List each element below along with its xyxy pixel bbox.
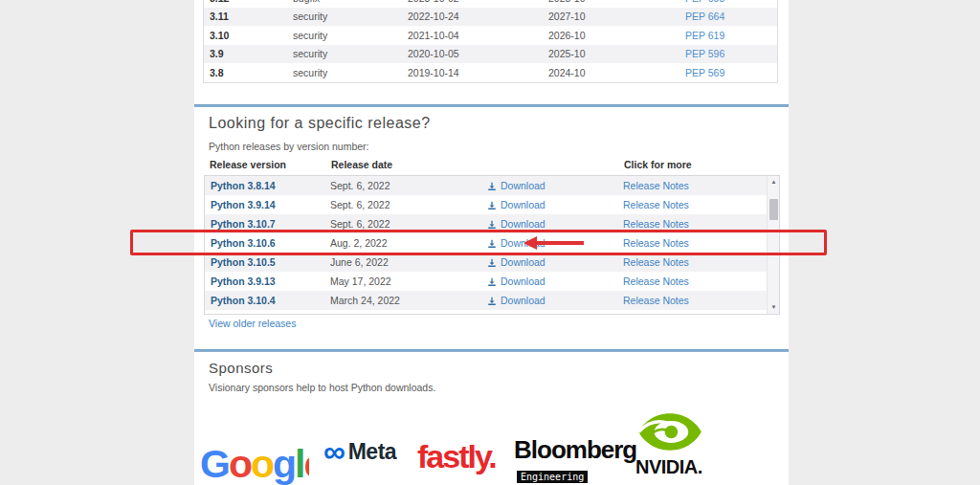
nvidia-logo[interactable]: NVIDIA. xyxy=(635,409,722,478)
header-click-for-more: Click for more xyxy=(624,159,692,170)
scrollbar-thumb[interactable] xyxy=(769,199,778,220)
release-notes-link[interactable]: Release Notes xyxy=(623,237,689,249)
view-older-releases-link[interactable]: View older releases xyxy=(209,318,296,329)
release-notes-link[interactable]: Release Notes xyxy=(623,295,689,306)
scroll-down-icon[interactable]: ▼ xyxy=(768,301,780,314)
bloomberg-engineering-badge[interactable]: Engineering xyxy=(517,471,588,483)
google-logo[interactable]: Google xyxy=(200,442,323,485)
first-release-cell: 2022-10-24 xyxy=(408,11,459,22)
release-notes-link[interactable]: Release Notes xyxy=(623,218,689,230)
release-row: Python 3.10.7 Sept. 6, 2022 Download Rel… xyxy=(205,214,779,233)
status-cell: security xyxy=(293,11,327,22)
release-list: Python 3.8.14 Sept. 6, 2022 Download Rel… xyxy=(204,175,780,315)
release-notes-link[interactable]: Release Notes xyxy=(623,180,689,191)
end-of-support-cell: 2028-10 xyxy=(548,0,586,4)
pep-link[interactable]: PEP 664 xyxy=(685,11,724,22)
release-row: Python 3.10.4 March 24, 2022 Download Re… xyxy=(205,291,779,310)
version-cell: 3.8 xyxy=(210,67,224,78)
version-cell: 3.12 xyxy=(210,0,229,4)
release-notes-link[interactable]: Release Notes xyxy=(623,276,689,287)
release-date: June 6, 2022 xyxy=(330,256,389,268)
release-version-link[interactable]: Python 3.10.4 xyxy=(211,295,276,306)
pep-link[interactable]: PEP 569 xyxy=(685,67,724,78)
version-cell: 3.9 xyxy=(210,48,224,59)
release-date: Sept. 6, 2022 xyxy=(330,180,390,191)
specific-release-subheading: Python releases by version number: xyxy=(209,141,369,152)
download-link[interactable]: Download xyxy=(487,237,501,249)
download-icon xyxy=(487,258,497,268)
version-cell: 3.11 xyxy=(210,11,229,22)
annotation-arrow-head xyxy=(523,236,537,250)
nvidia-wordmark: NVIDIA. xyxy=(635,456,722,478)
google-letter: g xyxy=(273,442,295,485)
release-date: Sept. 6, 2022 xyxy=(330,218,390,230)
release-notes-link[interactable]: Release Notes xyxy=(623,256,689,268)
release-notes-link[interactable]: Release Notes xyxy=(623,199,689,210)
download-link[interactable]: Download xyxy=(487,295,501,306)
end-of-support-cell: 2024-10 xyxy=(548,67,586,78)
google-letter: G xyxy=(200,442,229,485)
specific-release-heading: Looking for a specific release? xyxy=(209,115,431,132)
release-row: Python 3.8.14 Sept. 6, 2022 Download Rel… xyxy=(205,176,779,195)
table-row: 3.10 security 2021-10-04 2026-10 PEP 619 xyxy=(204,26,777,45)
first-release-cell: 2019-10-14 xyxy=(408,67,459,78)
first-release-cell: 2023-10-02 xyxy=(408,0,459,4)
scrollbar[interactable]: ▲ ▼ xyxy=(767,176,779,314)
release-version-link[interactable]: Python 3.8.14 xyxy=(211,180,276,191)
section-divider xyxy=(194,349,789,352)
download-icon xyxy=(487,201,497,210)
status-cell: security xyxy=(293,48,327,59)
download-icon xyxy=(487,220,497,230)
download-link[interactable]: Download xyxy=(487,276,501,287)
table-row: 3.12 bugfix 2023-10-02 2028-10 PEP 693 xyxy=(204,0,777,8)
release-date: May 17, 2022 xyxy=(330,276,391,287)
end-of-support-cell: 2026-10 xyxy=(548,30,586,41)
header-release-version: Release version xyxy=(210,159,286,170)
pep-link[interactable]: PEP 619 xyxy=(685,30,724,41)
release-version-link[interactable]: Python 3.10.7 xyxy=(211,218,276,230)
pep-link[interactable]: PEP 596 xyxy=(685,48,724,59)
meta-wordmark: Meta xyxy=(348,439,396,465)
download-icon xyxy=(487,182,497,191)
bloomberg-logo[interactable]: Bloomberg xyxy=(514,435,636,465)
release-row: Python 3.9.14 Sept. 6, 2022 Download Rel… xyxy=(205,195,779,214)
download-link[interactable]: Download xyxy=(487,218,501,230)
table-row: 3.8 security 2019-10-14 2024-10 PEP 569 xyxy=(204,63,777,82)
download-link[interactable]: Download xyxy=(487,199,501,210)
release-table-headers: Release version Release date Click for m… xyxy=(0,159,980,170)
status-cell: bugfix xyxy=(293,0,320,4)
pep-link[interactable]: PEP 693 xyxy=(685,0,724,4)
first-release-cell: 2021-10-04 xyxy=(408,30,459,41)
release-date: March 24, 2022 xyxy=(330,295,400,306)
header-release-date: Release date xyxy=(331,159,392,170)
download-link[interactable]: Download xyxy=(487,180,501,191)
meta-logo[interactable]: ∞ Meta xyxy=(309,418,411,485)
fastly-logo[interactable]: fastly. xyxy=(417,438,496,475)
annotation-arrow xyxy=(536,241,584,245)
release-row: Python 3.10.5 June 6, 2022 Download Rele… xyxy=(205,253,779,272)
version-cell: 3.10 xyxy=(210,30,229,41)
download-link[interactable]: Download xyxy=(487,256,501,268)
sponsors-subtext: Visionary sponsors help to host Python d… xyxy=(209,382,435,393)
google-letter: o xyxy=(251,442,273,485)
status-cell: security xyxy=(293,67,327,78)
google-letter: o xyxy=(229,442,251,485)
version-support-table: 3.12 bugfix 2023-10-02 2028-10 PEP 693 3… xyxy=(203,0,778,83)
release-version-link[interactable]: Python 3.10.5 xyxy=(211,256,276,268)
end-of-support-cell: 2025-10 xyxy=(548,48,586,59)
release-version-link[interactable]: Python 3.9.14 xyxy=(211,199,276,210)
download-icon xyxy=(487,277,497,287)
download-icon xyxy=(487,297,497,306)
end-of-support-cell: 2027-10 xyxy=(548,11,586,22)
release-version-link[interactable]: Python 3.9.13 xyxy=(211,276,276,287)
release-version-link[interactable]: Python 3.10.6 xyxy=(211,237,276,249)
scroll-up-icon[interactable]: ▲ xyxy=(768,176,780,188)
release-row-highlighted: Python 3.10.6 Aug. 2, 2022 Download Rele… xyxy=(205,233,779,253)
release-date: Aug. 2, 2022 xyxy=(330,237,388,249)
section-divider xyxy=(194,104,789,107)
status-cell: security xyxy=(293,30,327,41)
table-row: 3.11 security 2022-10-24 2027-10 PEP 664 xyxy=(204,8,777,27)
sponsors-heading: Sponsors xyxy=(209,360,273,376)
python-downloads-page: 3.12 bugfix 2023-10-02 2028-10 PEP 693 3… xyxy=(0,0,980,485)
nvidia-eye-icon xyxy=(635,409,704,454)
